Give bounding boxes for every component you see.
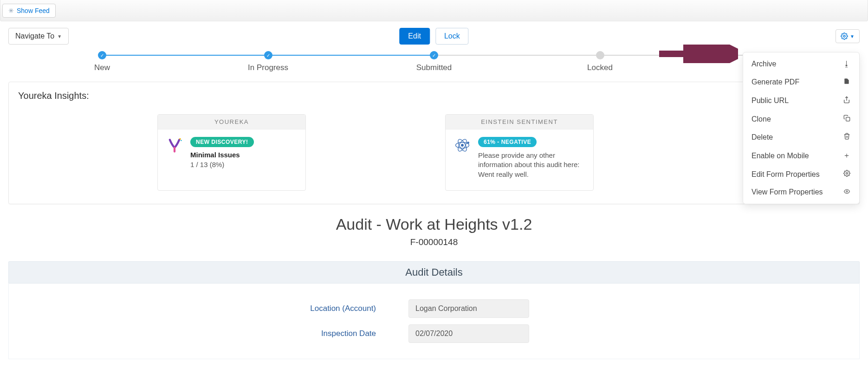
download-icon: ⭳ [842,60,851,68]
copy-icon [842,115,851,123]
stage-dot-in-progress: ✓ [264,51,272,59]
plus-icon: ＋ [842,151,851,161]
stage-dot-new: ✓ [98,51,106,59]
insight-line2: 1 / 13 (8%) [190,161,224,168]
show-feed-label: Show Feed [17,7,50,14]
record-id: F-00000148 [0,237,868,247]
menu-item-clone[interactable]: Clone [743,110,859,128]
svg-point-0 [843,35,845,37]
trash-icon [842,133,851,142]
menu-label: Delete [751,133,773,142]
menu-item-edit-form-properties[interactable]: Edit Form Properties [743,165,859,183]
eye-icon [842,188,851,196]
field-row-inspection-date: Inspection Date 02/07/2020 [9,324,859,343]
gear-dropdown-menu: Archive ⭳ Generate PDF Public URL Clone … [743,52,860,204]
stage-label-in-progress: In Progress [248,63,288,72]
insight-header: EINSTEIN SENTIMENT [446,115,593,129]
menu-label: Archive [751,60,776,68]
stage-dot-locked [596,51,604,59]
page-title-block: Audit - Work at Heights v1.2 F-00000148 [0,215,868,247]
annotation-arrow [659,45,738,65]
badge-sentiment: 61% - NEGATIVE [478,137,537,147]
insight-box-youreka: YOUREKA NEW DISCOVERY! Minimal Issues 1 … [157,114,306,191]
field-label: Inspection Date [9,329,408,338]
menu-item-delete[interactable]: Delete [743,128,859,146]
page-title: Audit - Work at Heights v1.2 [0,215,868,233]
audit-details-body: Location (Account) Logan Corporation Ins… [8,284,860,359]
feed-icon: ✳ [8,7,14,14]
field-value-inspection-date[interactable]: 02/07/2020 [408,324,529,343]
menu-label: Enable on Mobile [751,152,809,160]
show-feed-button[interactable]: ✳ Show Feed [2,4,56,18]
badge-new-discovery: NEW DISCOVERY! [190,137,254,147]
navigate-to-dropdown[interactable]: Navigate To ▼ [8,28,69,45]
caret-down-icon: ▼ [850,34,855,39]
menu-label: Edit Form Properties [751,170,820,179]
menu-label: View Form Properties [751,188,823,196]
youreka-logo-icon [166,137,183,154]
menu-label: Clone [751,115,771,123]
action-row: Navigate To ▼ Edit Lock ▼ Archive ⭳ Gene… [0,21,868,51]
gear-icon [842,170,851,179]
caret-down-icon: ▼ [57,34,62,39]
insight-header: YOUREKA [158,115,305,129]
svg-point-6 [179,138,181,140]
field-label: Location (Account) [9,304,408,313]
file-icon [842,77,851,87]
stage-label-new: New [94,63,110,72]
stage-label-locked: Locked [587,63,613,72]
insights-title: Youreka Insights: [18,90,850,101]
menu-item-public-url[interactable]: Public URL [743,91,859,110]
insights-card: Youreka Insights: YOUREKA NEW DISCOVERY!… [8,82,860,204]
gear-icon [841,32,848,40]
menu-label: Generate PDF [751,78,799,86]
menu-item-generate-pdf[interactable]: Generate PDF [743,73,859,91]
menu-item-archive[interactable]: Archive ⭳ [743,55,859,73]
gear-menu-button[interactable]: ▼ [836,29,860,43]
svg-point-11 [461,144,464,147]
stage-label-submitted: Submitted [416,63,452,72]
svg-rect-2 [846,117,849,121]
share-icon [842,96,851,105]
svg-point-4 [846,191,847,192]
section-header-audit-details: Audit Details [8,261,860,284]
insight-line1: Minimal Issues [190,151,254,159]
field-value-location[interactable]: Logan Corporation [408,299,529,318]
edit-button[interactable]: Edit [399,28,430,45]
svg-point-12 [467,142,469,144]
einstein-atom-icon [454,137,471,154]
menu-label: Public URL [751,97,789,105]
field-row-location: Location (Account) Logan Corporation [9,299,859,318]
insight-text: Please provide any other information abo… [478,151,585,179]
navigate-to-label: Navigate To [15,32,54,40]
top-toolbar: ✳ Show Feed [0,0,868,21]
svg-point-7 [181,140,182,142]
stage-dot-submitted: ✓ [430,51,438,59]
center-buttons: Edit Lock [399,28,468,45]
svg-point-3 [846,173,848,174]
menu-item-view-form-properties[interactable]: View Form Properties [743,183,859,201]
menu-item-enable-mobile[interactable]: Enable on Mobile ＋ [743,146,859,165]
insight-box-einstein: EINSTEIN SENTIMENT 61% - NEGATIVE Please… [445,114,594,191]
lock-button[interactable]: Lock [435,28,469,45]
